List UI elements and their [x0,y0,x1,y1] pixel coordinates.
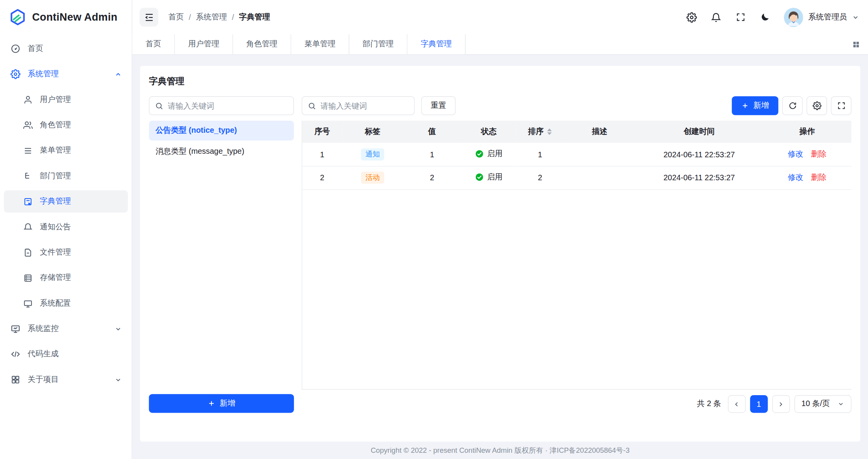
delete-link[interactable]: 删除 [811,173,827,182]
search-icon [308,102,316,110]
add-button[interactable]: 新增 [732,96,778,115]
page-size-select[interactable]: 10 条/页 [794,395,851,413]
pagination-total: 共 2 条 [697,399,721,409]
dict-management-card: 字典管理 公告类型 (notice_type) [140,66,860,441]
sidebar: ContiNew Admin 首页 系统管理 [0,0,132,459]
dashboard-icon [11,44,21,54]
sidebar-item-menu-management[interactable]: 菜单管理 [4,139,128,162]
sidebar-item-system-config[interactable]: 系统配置 [4,292,128,315]
sidebar-item-notice[interactable]: 通知公告 [4,216,128,238]
check-circle-icon [475,149,484,158]
chevron-left-icon [733,400,740,407]
monitor-chart-icon [11,324,21,334]
cell-value: 2 [403,166,461,189]
table-row: 2 活动 2 启用 [302,166,851,189]
grid-filled-icon [852,40,860,48]
dictionary-icon [23,197,33,207]
table-toolbar: 重置 新增 [302,96,852,115]
edit-link[interactable]: 修改 [788,149,803,158]
sidebar-item-storage-management[interactable]: 存储管理 [4,267,128,289]
dict-add-button[interactable]: 新增 [149,394,294,413]
sidebar-item-role-management[interactable]: 角色管理 [4,114,128,136]
fullscreen-icon [837,101,846,110]
tab-menu-management[interactable]: 菜单管理 [291,34,349,54]
breadcrumb-home[interactable]: 首页 [168,12,184,22]
dark-mode-moon-icon[interactable] [759,12,770,23]
tab-dict-management[interactable]: 字典管理 [407,34,465,54]
col-value: 值 [403,121,461,143]
refresh-icon [788,101,797,110]
user-menu[interactable]: 系统管理员 [784,7,859,27]
dict-type-item-notice[interactable]: 公告类型 (notice_type) [149,121,294,141]
sort-header[interactable]: 排序 [528,127,552,137]
tab-dept-management[interactable]: 部门管理 [349,34,407,54]
tab-actions-menu[interactable] [852,34,868,54]
sidebar-item-label: 存储管理 [40,273,122,283]
logo-row[interactable]: ContiNew Admin [0,0,132,34]
breadcrumb-current: 字典管理 [239,12,270,22]
dict-type-item-message[interactable]: 消息类型 (message_type) [149,142,294,162]
tab-role-management[interactable]: 角色管理 [233,34,291,54]
chevron-down-icon [852,14,859,21]
dict-type-list: 公告类型 (notice_type) 消息类型 (message_type) [149,121,294,162]
bell-icon [23,222,33,232]
edit-link[interactable]: 修改 [788,173,803,182]
chevron-down-icon [114,325,122,332]
sidebar-item-label: 部门管理 [40,171,122,181]
breadcrumb-system[interactable]: 系统管理 [196,12,227,22]
settings-icon[interactable] [687,12,697,23]
sidebar-item-user-management[interactable]: 用户管理 [4,88,128,111]
sort-carets-icon [547,128,552,135]
cell-sort: 1 [516,143,563,166]
cell-sort: 2 [516,166,563,189]
sidebar-item-code-generation[interactable]: 代码生成 [4,343,128,365]
dict-search-input[interactable] [168,101,288,110]
reset-button[interactable]: 重置 [421,96,456,115]
sidebar-item-file-management[interactable]: 文件管理 [4,241,128,264]
sidebar-item-label: 通知公告 [40,222,122,232]
cell-no: 2 [302,166,342,189]
app-window: ContiNew Admin 首页 系统管理 [0,0,868,459]
tab-bar: 首页 用户管理 角色管理 菜单管理 部门管理 字典管理 [132,34,868,55]
main-area: 首页 / 系统管理 / 字典管理 [132,0,868,459]
sidebar-item-about-project[interactable]: 关于项目 [4,369,128,391]
breadcrumb-separator: / [189,13,191,22]
cell-label: 活动 [342,166,403,189]
sidebar-item-label: 系统配置 [40,298,122,308]
prev-page-button[interactable] [728,395,745,413]
column-settings-button[interactable] [806,96,827,115]
sidebar-collapse-button[interactable] [139,8,158,26]
breadcrumb-separator: / [232,13,234,22]
cell-status: 启用 [461,166,516,189]
item-search-box [302,96,415,115]
sidebar-item-system-management[interactable]: 系统管理 [4,63,128,85]
dict-list-panel: 公告类型 (notice_type) 消息类型 (message_type) 新… [149,96,294,433]
server-icon [23,273,33,283]
col-label: 标签 [342,121,403,143]
refresh-button[interactable] [782,96,803,115]
table-header-row: 序号 标签 值 状态 排序 [302,121,851,143]
table-row: 1 通知 1 启用 [302,143,851,166]
page-number-current[interactable]: 1 [750,395,768,413]
col-no: 序号 [302,121,342,143]
breadcrumb: 首页 / 系统管理 / 字典管理 [168,12,270,22]
item-search-input[interactable] [320,101,408,110]
table-fullscreen-button[interactable] [831,96,852,115]
chevron-down-icon [114,376,122,383]
sidebar-item-system-monitor[interactable]: 系统监控 [4,318,128,340]
tab-label: 部门管理 [363,39,394,49]
sidebar-item-dict-management[interactable]: 字典管理 [4,190,128,213]
next-page-button[interactable] [772,395,790,413]
notification-bell-icon[interactable] [711,12,721,23]
tab-home[interactable]: 首页 [132,34,175,54]
sidebar-item-label: 字典管理 [40,197,122,207]
sidebar-item-home[interactable]: 首页 [4,38,128,60]
cell-desc [563,166,636,189]
fullscreen-icon[interactable] [735,12,746,23]
page-size-value: 10 条/页 [801,399,830,409]
delete-link[interactable]: 删除 [811,149,827,158]
add-label: 新增 [754,101,769,111]
menu-fold-icon [144,12,154,23]
sidebar-item-dept-management[interactable]: 部门管理 [4,165,128,187]
tab-user-management[interactable]: 用户管理 [175,34,233,54]
